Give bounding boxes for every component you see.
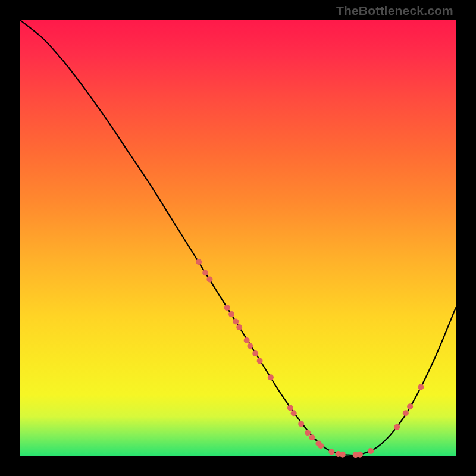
data-point [309,434,315,440]
data-point [305,430,311,436]
data-point [196,259,202,265]
plot-frame [20,20,456,456]
data-point [206,277,212,283]
data-point [368,448,374,454]
data-point [328,449,334,455]
data-point [228,311,234,317]
data-point [247,343,253,349]
data-point [318,443,324,449]
data-point [236,324,242,330]
data-point [257,358,263,364]
chart-svg [20,20,456,456]
data-point [394,424,400,430]
data-point [291,410,297,416]
data-point [340,452,346,458]
data-point [202,270,208,276]
data-point [407,403,413,409]
watermark-text: TheBottleneck.com [336,4,453,18]
data-point [233,319,239,325]
data-point [224,305,230,311]
highlighted-points-group [196,259,424,458]
data-point [268,374,274,380]
data-point [287,405,293,411]
data-point [252,350,258,356]
data-point [357,452,363,458]
data-point [244,337,250,343]
bottleneck-curve-line [20,20,456,455]
data-point [403,410,409,416]
data-point [418,384,424,390]
data-point [298,421,304,427]
